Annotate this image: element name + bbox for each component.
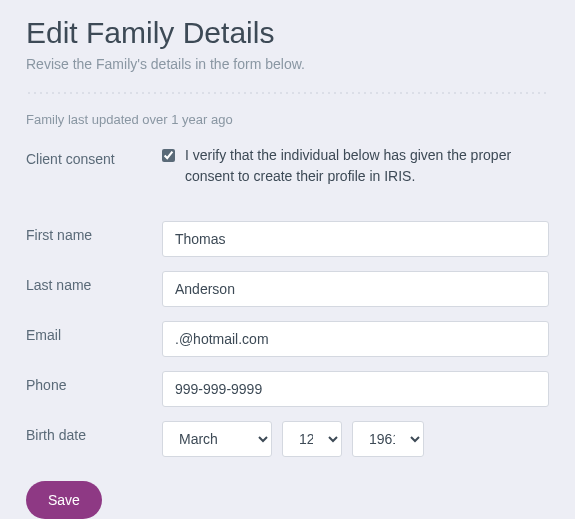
save-button[interactable]: Save <box>26 481 102 519</box>
first-name-input[interactable] <box>162 221 549 257</box>
birth-month-select[interactable]: March <box>162 421 272 457</box>
phone-row: Phone <box>26 371 549 407</box>
last-updated-text: Family last updated over 1 year ago <box>26 112 549 127</box>
last-name-label: Last name <box>26 271 162 293</box>
first-name-row: First name <box>26 221 549 257</box>
page-title: Edit Family Details <box>26 16 549 50</box>
page-subtitle: Revise the Family's details in the form … <box>26 56 549 72</box>
birth-day-select[interactable]: 12 <box>282 421 342 457</box>
email-input[interactable] <box>162 321 549 357</box>
birth-date-label: Birth date <box>26 421 162 443</box>
birth-date-row: Birth date March 12 1961 <box>26 421 549 457</box>
consent-row: Client consent I verify that the individ… <box>26 145 549 187</box>
phone-input[interactable] <box>162 371 549 407</box>
consent-text: I verify that the individual below has g… <box>185 145 549 187</box>
birth-year-select[interactable]: 1961 <box>352 421 424 457</box>
consent-label: Client consent <box>26 145 162 167</box>
wavy-divider <box>26 90 549 96</box>
first-name-label: First name <box>26 221 162 243</box>
last-name-input[interactable] <box>162 271 549 307</box>
email-label: Email <box>26 321 162 343</box>
consent-checkbox[interactable] <box>162 149 175 162</box>
last-name-row: Last name <box>26 271 549 307</box>
phone-label: Phone <box>26 371 162 393</box>
email-row: Email <box>26 321 549 357</box>
